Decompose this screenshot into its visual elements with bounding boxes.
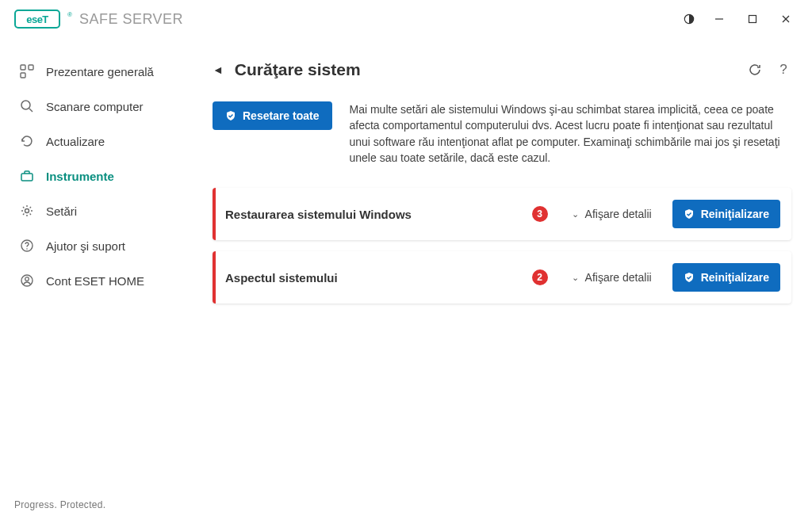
reset-button[interactable]: Reiniţializare bbox=[672, 200, 780, 228]
sidebar-item-help[interactable]: Ajutor şi suport bbox=[0, 228, 200, 263]
svg-point-15 bbox=[25, 277, 29, 281]
svg-point-13 bbox=[26, 248, 28, 250]
show-details-button[interactable]: ⌄ Afişare detalii bbox=[572, 208, 652, 220]
item-title: Aspectul sistemului bbox=[225, 271, 338, 285]
chevron-down-icon: ⌄ bbox=[572, 273, 579, 283]
svg-rect-6 bbox=[29, 65, 33, 70]
reset-label: Reiniţializare bbox=[701, 271, 769, 284]
toolbox-icon bbox=[19, 168, 35, 184]
sidebar-item-label: Instrumente bbox=[46, 170, 114, 183]
intro-text: Mai multe setări ale sistemului Windows … bbox=[350, 101, 792, 166]
sidebar-item-label: Prezentare generală bbox=[46, 65, 154, 78]
svg-rect-10 bbox=[21, 174, 33, 181]
window-controls bbox=[676, 3, 802, 35]
sidebar-item-tools[interactable]: Instrumente bbox=[0, 159, 200, 193]
logo-reg: ® bbox=[67, 11, 72, 18]
sidebar-item-account[interactable]: Cont ESET HOME bbox=[0, 263, 200, 298]
search-icon bbox=[19, 98, 35, 114]
svg-line-9 bbox=[29, 109, 33, 112]
show-details-button[interactable]: ⌄ Afişare detalii bbox=[572, 271, 652, 284]
tagline: Progress. Protected. bbox=[0, 499, 200, 531]
reset-all-button[interactable]: Resetare toate bbox=[213, 101, 332, 130]
logo-box: eseT bbox=[14, 10, 60, 29]
item-title: Restaurarea sistemului Windows bbox=[225, 208, 412, 221]
chevron-down-icon: ⌄ bbox=[572, 209, 579, 220]
shield-icon bbox=[684, 272, 695, 283]
sidebar-item-update[interactable]: Actualizare bbox=[0, 124, 200, 159]
shield-icon bbox=[684, 208, 695, 220]
svg-point-8 bbox=[21, 101, 30, 109]
svg-rect-2 bbox=[749, 16, 756, 23]
page-title: Curăţare sistem bbox=[235, 60, 361, 79]
svg-point-11 bbox=[25, 209, 29, 213]
contrast-icon[interactable] bbox=[676, 3, 703, 35]
sidebar-item-label: Actualizare bbox=[46, 135, 105, 148]
svg-rect-7 bbox=[21, 73, 25, 78]
show-details-label: Afişare detalii bbox=[585, 271, 652, 284]
sidebar-item-label: Scanare computer bbox=[46, 100, 144, 113]
cleanup-item-windows-restore: Restaurarea sistemului Windows 3 ⌄ Afişa… bbox=[213, 188, 791, 240]
app-logo: eseT® SAFE SERVER bbox=[14, 10, 183, 29]
reset-label: Reiniţializare bbox=[701, 208, 769, 220]
shield-icon bbox=[225, 110, 236, 121]
sidebar-item-label: Setări bbox=[46, 204, 77, 218]
svg-rect-5 bbox=[21, 65, 25, 70]
help-page-icon[interactable]: ? bbox=[776, 62, 791, 78]
sidebar-item-settings[interactable]: Setări bbox=[0, 193, 200, 228]
reset-button[interactable]: Reiniţializare bbox=[672, 263, 780, 292]
close-button[interactable] bbox=[769, 3, 802, 35]
user-icon bbox=[19, 273, 35, 288]
count-badge: 2 bbox=[532, 269, 548, 285]
reload-icon[interactable] bbox=[747, 62, 763, 78]
minimize-button[interactable] bbox=[703, 3, 736, 35]
sidebar: Prezentare generală Scanare computer Act… bbox=[0, 38, 200, 531]
sidebar-item-label: Ajutor şi suport bbox=[46, 239, 125, 253]
cleanup-item-system-appearance: Aspectul sistemului 2 ⌄ Afişare detalii … bbox=[213, 251, 791, 304]
logo-text: eseT bbox=[26, 13, 48, 25]
help-icon bbox=[19, 238, 35, 254]
maximize-button[interactable] bbox=[736, 3, 769, 35]
sidebar-item-scan[interactable]: Scanare computer bbox=[0, 89, 200, 124]
main-content: ◄ Curăţare sistem ? Resetare toate Mai m… bbox=[200, 38, 812, 531]
gear-icon bbox=[19, 203, 35, 219]
reset-all-label: Resetare toate bbox=[243, 109, 320, 122]
dashboard-icon bbox=[19, 63, 35, 79]
sidebar-item-label: Cont ESET HOME bbox=[46, 274, 144, 288]
titlebar: eseT® SAFE SERVER bbox=[0, 0, 812, 38]
sidebar-item-overview[interactable]: Prezentare generală bbox=[0, 54, 200, 89]
app-title: SAFE SERVER bbox=[79, 11, 183, 28]
refresh-icon bbox=[19, 133, 35, 149]
back-button[interactable]: ◄ bbox=[213, 63, 224, 76]
show-details-label: Afişare detalii bbox=[585, 208, 652, 220]
count-badge: 3 bbox=[532, 206, 548, 222]
